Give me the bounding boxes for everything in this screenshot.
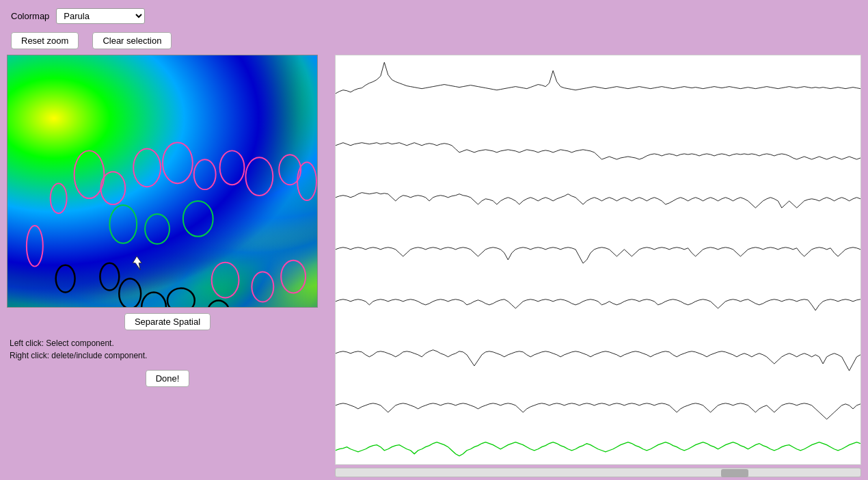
clear-selection-button[interactable]: Clear selection (92, 32, 172, 49)
done-button[interactable]: Done! (146, 370, 190, 387)
separate-btn-row: Separate Spatial (7, 308, 328, 333)
svg-point-2 (100, 172, 125, 204)
svg-point-24 (141, 292, 166, 307)
left-panel: Separate Spatial Left click: Select comp… (7, 55, 328, 480)
instruction-line1: Left click: Select component. (10, 337, 328, 349)
scrollbar-area (335, 468, 861, 480)
chart-svg (336, 55, 860, 464)
heatmap-image[interactable] (7, 55, 318, 308)
scrollbar-track[interactable] (335, 468, 861, 477)
scrollbar-thumb[interactable] (721, 469, 748, 477)
svg-point-7 (245, 157, 273, 196)
button-row: Reset zoom Clear selection (0, 29, 868, 55)
svg-point-6 (220, 150, 245, 185)
right-panel: 0 4 8 12 16 20 24 28 32 36 40 44 48 52 5… (335, 55, 861, 480)
instruction-line2: Right click: delete/include component. (10, 349, 328, 362)
svg-point-9 (297, 162, 316, 200)
separate-spatial-button[interactable]: Separate Spatial (124, 313, 211, 330)
reset-zoom-button[interactable]: Reset zoom (11, 32, 79, 49)
svg-point-0 (74, 150, 105, 198)
svg-point-23 (119, 279, 141, 308)
instructions: Left click: Select component. Right clic… (7, 333, 328, 364)
svg-point-18 (109, 205, 137, 243)
svg-point-26 (208, 300, 230, 307)
svg-point-13 (212, 263, 239, 298)
svg-point-20 (183, 201, 213, 237)
main-area: Separate Spatial Left click: Select comp… (0, 55, 868, 480)
svg-point-4 (163, 142, 193, 183)
svg-point-25 (167, 288, 195, 307)
top-bar: Colormap Parula Jet HSV Hot Cool Gray (0, 0, 868, 29)
svg-point-3 (133, 148, 161, 187)
done-btn-row: Done! (7, 364, 328, 392)
svg-point-22 (100, 263, 119, 291)
svg-point-21 (56, 265, 75, 293)
svg-point-5 (194, 159, 216, 189)
svg-point-15 (281, 261, 306, 293)
svg-point-10 (27, 226, 43, 267)
chart-container (335, 55, 861, 465)
colormap-select[interactable]: Parula Jet HSV Hot Cool Gray (56, 8, 145, 24)
svg-point-1 (51, 183, 67, 213)
svg-point-14 (252, 272, 273, 302)
svg-point-19 (145, 214, 169, 244)
svg-marker-28 (133, 256, 141, 270)
overlay-shapes (8, 55, 317, 307)
colormap-label: Colormap (11, 11, 49, 21)
